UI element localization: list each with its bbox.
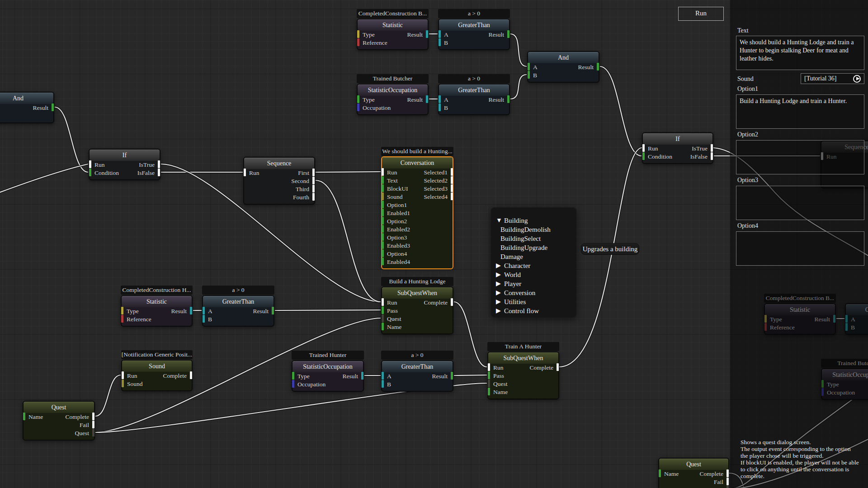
wire[interactable] xyxy=(510,34,527,66)
node-gtTop[interactable]: GreaterThanAResultB xyxy=(438,19,510,50)
context-menu-item[interactable]: ▶Utilities xyxy=(491,297,576,306)
node-stMid[interactable]: StatisticTypeResultReference xyxy=(121,295,193,327)
node-soundNode[interactable]: SoundRunCompleteSound xyxy=(121,360,193,391)
port-name-in[interactable] xyxy=(659,469,661,477)
node-questBL[interactable]: QuestNameCompleteFailQuest xyxy=(23,401,95,441)
text-field[interactable]: We should build a Hunting Lodge and trai… xyxy=(736,36,864,70)
port-b-in[interactable] xyxy=(382,380,384,388)
port-reference-in[interactable] xyxy=(357,38,359,46)
port-quest-out[interactable] xyxy=(92,429,94,436)
wire[interactable] xyxy=(95,375,121,416)
port-option2-in[interactable] xyxy=(382,217,384,225)
port-fail-out[interactable] xyxy=(92,421,94,428)
node-title[interactable]: GreaterThan xyxy=(439,84,509,96)
port-occupation-in[interactable] xyxy=(357,103,359,111)
port-result-out[interactable] xyxy=(52,103,54,111)
context-menu-item[interactable]: ▶Character xyxy=(491,261,576,270)
node-title[interactable]: If xyxy=(90,150,160,161)
node-andTopLeft[interactable]: AndAResultB xyxy=(0,92,54,123)
node-title[interactable]: Statistic xyxy=(358,19,428,31)
context-menu-item[interactable]: ▶Player xyxy=(491,279,576,288)
node-title[interactable]: SubQuestWhen xyxy=(488,352,558,364)
port-run-in[interactable] xyxy=(382,168,384,176)
port-a-in[interactable] xyxy=(203,307,205,314)
port-condition-in[interactable] xyxy=(89,169,91,176)
port-type-in[interactable] xyxy=(357,30,359,38)
port-enabled3-in[interactable] xyxy=(382,241,384,249)
port-type-in[interactable] xyxy=(292,372,294,380)
context-menu-item[interactable]: Damage xyxy=(491,252,576,261)
port-b-in[interactable] xyxy=(203,315,205,323)
node-title[interactable]: Sound xyxy=(122,361,192,372)
port-result-out[interactable] xyxy=(272,307,274,314)
node-title[interactable]: GreaterThan xyxy=(203,296,274,307)
context-menu-item[interactable]: ▶World xyxy=(491,270,576,279)
node-title[interactable]: StatisticOccupation xyxy=(358,84,428,96)
port-condition-in[interactable] xyxy=(642,152,645,160)
port-name-in[interactable] xyxy=(382,323,384,330)
port-run-in[interactable] xyxy=(642,144,645,152)
context-menu-item[interactable]: BuildingSelect xyxy=(491,234,576,243)
node-gtMid[interactable]: GreaterThanAResultB xyxy=(202,295,274,327)
port-result-out[interactable] xyxy=(507,30,509,38)
node-title[interactable]: Statistic xyxy=(122,296,192,307)
context-menu-item[interactable]: ▶Control flow xyxy=(491,306,576,315)
port-option3-in[interactable] xyxy=(382,233,384,241)
node-title[interactable]: Sequence xyxy=(244,158,314,169)
node-title[interactable]: Quest xyxy=(659,459,728,470)
port-pass-in[interactable] xyxy=(488,371,490,379)
port-quest-in[interactable] xyxy=(488,380,490,387)
wire[interactable] xyxy=(510,75,527,99)
node-ifLeft[interactable]: IfRunIsTrueConditionIsFalse xyxy=(89,149,160,180)
context-menu-item[interactable]: ▼Building xyxy=(491,216,576,225)
port-run-in[interactable] xyxy=(244,169,246,176)
port-enabled1-in[interactable] xyxy=(382,209,384,216)
port-a-in[interactable] xyxy=(439,95,441,103)
wire[interactable] xyxy=(275,310,381,310)
port-name-in[interactable] xyxy=(23,413,25,420)
node-title[interactable]: And xyxy=(0,93,53,104)
port-run-in[interactable] xyxy=(382,298,384,306)
play-icon[interactable] xyxy=(853,75,861,83)
wire[interactable] xyxy=(600,66,642,156)
wire[interactable] xyxy=(55,107,88,172)
wire[interactable] xyxy=(454,375,487,375)
port-sound-in[interactable] xyxy=(122,380,124,387)
node-title[interactable]: Quest xyxy=(24,402,94,413)
port-fail-out[interactable] xyxy=(726,478,729,485)
context-menu-item[interactable]: BuildingDemolish xyxy=(491,225,576,234)
wire[interactable] xyxy=(0,164,88,197)
port-complete-out[interactable] xyxy=(557,363,559,371)
port-selected1-out[interactable] xyxy=(451,168,453,176)
port-b-in[interactable] xyxy=(528,71,530,79)
node-seqCenter[interactable]: SequenceRunFirstSecondThirdFourth xyxy=(243,157,315,205)
port-result-out[interactable] xyxy=(361,372,363,380)
port-enabled4-in[interactable] xyxy=(382,258,384,265)
context-menu-item[interactable]: BuildingUpgrade xyxy=(491,243,576,252)
node-gtHunter[interactable]: GreaterThanAResultB xyxy=(381,360,453,392)
port-b-in[interactable] xyxy=(439,38,441,46)
option3-field[interactable] xyxy=(736,186,864,220)
node-title[interactable]: If xyxy=(643,133,712,145)
port-istrue-out[interactable] xyxy=(711,144,713,152)
port-complete-out[interactable] xyxy=(92,413,94,420)
port-result-out[interactable] xyxy=(426,95,428,103)
port-occupation-in[interactable] xyxy=(292,380,294,388)
node-title[interactable]: GreaterThan xyxy=(439,19,509,31)
port-reference-in[interactable] xyxy=(121,315,123,323)
run-button[interactable]: Run xyxy=(678,7,724,21)
port-a-in[interactable] xyxy=(528,63,530,70)
port-fourth-out[interactable] xyxy=(312,193,315,201)
port-run-in[interactable] xyxy=(488,363,490,371)
port-isfalse-out[interactable] xyxy=(158,169,160,176)
wire[interactable] xyxy=(316,180,381,302)
node-sqBuild[interactable]: SubQuestWhenRunCompletePassQuestName xyxy=(381,286,453,334)
port-first-out[interactable] xyxy=(312,169,315,176)
port-complete-out[interactable] xyxy=(190,371,192,379)
port-option4-in[interactable] xyxy=(382,249,384,257)
port-b-in[interactable] xyxy=(439,103,441,111)
node-stTop[interactable]: StatisticTypeResultReference xyxy=(357,19,429,50)
node-soHunter[interactable]: StatisticOccupationTypeResultOccupation xyxy=(292,360,364,392)
port-selected4-out[interactable] xyxy=(451,192,453,200)
port-isfalse-out[interactable] xyxy=(711,152,713,160)
